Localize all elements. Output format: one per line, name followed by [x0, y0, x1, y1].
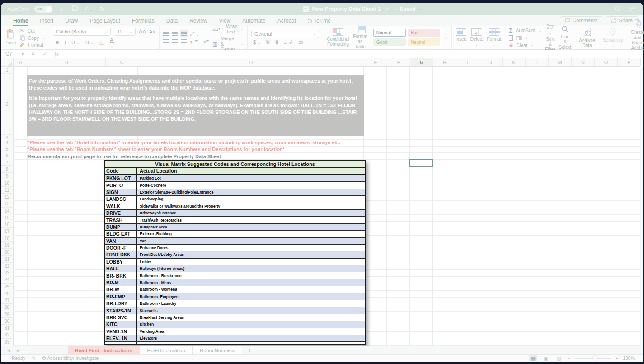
row-header-21[interactable]: 21: [1, 256, 14, 263]
fill-button[interactable]: ↓Fill ⌄: [509, 35, 541, 41]
cell-style-normal[interactable]: Normal: [373, 29, 406, 37]
instructions-cell[interactable]: For the purpose of Work Orders, Cleaning…: [27, 75, 364, 136]
bold-button[interactable]: B: [56, 40, 59, 45]
row-header-2[interactable]: 2: [1, 74, 14, 135]
row-header-6[interactable]: 6: [1, 152, 14, 159]
name-box[interactable]: G7 ▲▼: [1, 50, 27, 58]
row-header-33[interactable]: 33: [1, 339, 14, 345]
autosum-button[interactable]: ΣAutoSum ⌄: [509, 27, 541, 34]
note-hotel-information[interactable]: *Please use the tab "Hotel Information" …: [28, 140, 340, 145]
sheet-nav-prev-icon[interactable]: ◀: [7, 348, 10, 353]
row-header-25[interactable]: 25: [1, 284, 14, 290]
column-header-D[interactable]: D: [138, 58, 364, 66]
row-header-15[interactable]: 15: [1, 214, 14, 221]
row-header-5[interactable]: 5: [1, 146, 14, 152]
zoom-level[interactable]: 130%: [623, 355, 635, 361]
row-header-27[interactable]: 27: [1, 297, 14, 304]
row-header-8[interactable]: 8: [1, 166, 14, 173]
row-header-30[interactable]: 30: [1, 318, 14, 325]
ribbon-tab-data[interactable]: Data: [160, 16, 183, 25]
align-top-icon[interactable]: [163, 32, 169, 36]
column-header-F[interactable]: F: [387, 58, 410, 66]
accessibility-status[interactable]: ✪ Accessibility: Investigate: [42, 355, 99, 361]
column-header-O[interactable]: O: [595, 58, 618, 66]
row-header-16[interactable]: 16: [1, 221, 14, 228]
sheet-nav-next-icon[interactable]: ▶: [17, 348, 20, 353]
table-row[interactable]: BR-LDRYBathroom - Laundry: [105, 300, 365, 307]
table-row[interactable]: HALLHallways (Interior Areas): [105, 265, 365, 272]
row-header-14[interactable]: 14: [1, 208, 14, 214]
page-layout-view-icon[interactable]: ▣: [542, 355, 550, 361]
table-row[interactable]: FRNT DSKFront Desk/Lobby Areas: [105, 251, 365, 258]
row-header-4[interactable]: 4: [1, 139, 14, 146]
orientation-button[interactable]: ⤢ ⌄: [190, 31, 199, 37]
row-header-1[interactable]: 1: [1, 67, 14, 74]
increase-font-icon[interactable]: A˄: [139, 28, 146, 35]
wrap-text-button[interactable]: ab↩Wrap Text ⌄: [212, 24, 244, 34]
column-header-I[interactable]: I: [456, 58, 479, 66]
row-header-11[interactable]: 11: [1, 187, 14, 194]
row-header-20[interactable]: 20: [1, 249, 14, 255]
format-as-table-button[interactable]: Formatas Table: [353, 26, 367, 50]
cell-style-neutral[interactable]: Neutral: [408, 38, 440, 46]
home-icon[interactable]: ⌂: [57, 6, 66, 13]
conditional-formatting-button[interactable]: ConditionalFormatting: [327, 28, 349, 47]
table-row[interactable]: PORTOPorte-Cochere: [105, 182, 365, 189]
analyze-data-button[interactable]: AnalyzeData: [579, 27, 595, 48]
paste-button[interactable]: Paste: [5, 29, 16, 46]
table-row[interactable]: DOOR -FEntrance Doors: [105, 245, 365, 251]
find-select-button[interactable]: Find &Select: [559, 25, 571, 50]
table-row[interactable]: DUMPDumpster Area: [105, 224, 365, 231]
zoom-out-icon[interactable]: −: [568, 355, 570, 361]
cell-style-good[interactable]: Good: [373, 38, 406, 46]
decrease-indent-icon[interactable]: ⇤≡: [190, 38, 198, 45]
column-header-G[interactable]: G: [410, 58, 433, 66]
name-box-stepper[interactable]: ▲▼: [22, 52, 27, 56]
more-commands-icon[interactable]: ⋯: [111, 6, 120, 13]
borders-button[interactable]: ⊞ ⌄: [85, 39, 94, 46]
ribbon-tab-draw[interactable]: Draw: [59, 16, 84, 25]
underline-button[interactable]: U ⌄: [71, 40, 79, 45]
ribbon-tab-review[interactable]: Review: [183, 16, 213, 25]
table-row[interactable]: BR-MBathroom - Mens: [105, 279, 365, 286]
table-row[interactable]: BR- BRKBathroom - Breakroom: [105, 272, 365, 279]
ribbon-tab-page-layout[interactable]: Page Layout: [84, 16, 126, 25]
macro-record-icon[interactable]: ⇅: [32, 355, 36, 361]
search-icon[interactable]: [614, 6, 620, 12]
cancel-entry-icon[interactable]: ✕: [27, 51, 39, 57]
row-header-19[interactable]: 19: [1, 242, 14, 249]
insert-function-icon[interactable]: fx: [51, 51, 62, 57]
number-format-select[interactable]: General⌄: [251, 30, 319, 38]
font-color-button[interactable]: A ⌄: [110, 37, 114, 48]
row-header-32[interactable]: 32: [1, 331, 14, 338]
row-header-7[interactable]: 7: [1, 159, 14, 166]
font-name-select[interactable]: Calibri (Body)⌄: [53, 28, 111, 36]
delete-cells-button[interactable]: ✕ Delete ⌄: [470, 28, 484, 47]
ribbon-tab-acrobat[interactable]: Acrobat: [272, 16, 302, 25]
font-size-select[interactable]: 11⌄: [114, 28, 136, 36]
row-header-23[interactable]: 23: [1, 269, 14, 276]
sort-filter-button[interactable]: AZ▽ ⌄ Sort &Filter: [545, 23, 555, 52]
ribbon-tab-home[interactable]: Home: [7, 16, 34, 25]
ribbon-tab-formulas[interactable]: Formulas: [126, 16, 160, 25]
row-header-17[interactable]: 17: [1, 228, 14, 235]
italic-button[interactable]: I: [64, 40, 66, 45]
insert-cells-button[interactable]: Insert ⌄: [456, 28, 467, 47]
column-header-C[interactable]: C: [106, 58, 138, 66]
table-row[interactable]: PKNG LOTParking Lot: [105, 175, 365, 182]
document-title[interactable]: New Property Data Sheet 1: [312, 6, 381, 12]
table-row[interactable]: VEND-1NVending Area: [105, 328, 365, 335]
redo-icon[interactable]: ↻: [98, 6, 107, 13]
sheet-tab-read-first-instructions[interactable]: Read First - Instructions: [68, 346, 140, 354]
increase-indent-icon[interactable]: ⇥≡: [201, 38, 209, 45]
row-header-18[interactable]: 18: [1, 235, 14, 242]
styles-more-icon[interactable]: ›: [446, 34, 448, 41]
cut-button[interactable]: ✂Cut: [20, 28, 45, 34]
vertical-scrollbar[interactable]: [640, 67, 643, 346]
row-header-28[interactable]: 28: [1, 304, 14, 311]
increase-decimal-button[interactable]: ←.00: [283, 40, 292, 45]
clear-button[interactable]: ◈Clear ⌄: [509, 42, 541, 48]
row-header-26[interactable]: 26: [1, 290, 14, 297]
save-icon[interactable]: [71, 5, 80, 13]
column-header-A[interactable]: A: [14, 58, 28, 66]
